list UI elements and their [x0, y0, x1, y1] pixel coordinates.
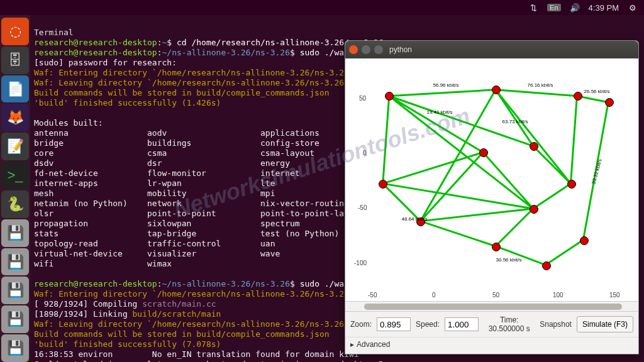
module-item: core: [34, 148, 147, 158]
node[interactable]: [574, 92, 582, 101]
module-item: visualizer: [147, 249, 260, 259]
module-item: wimax: [147, 259, 260, 269]
edge-label: 48.64 kbit/s: [402, 216, 428, 222]
axis-tick: -100: [354, 260, 367, 266]
node[interactable]: [492, 243, 501, 251]
svg-line-4: [496, 90, 577, 96]
top-menu-bar: ⇅ En 🔊 4:39 PM ⚙: [0, 0, 644, 15]
node[interactable]: [580, 236, 589, 245]
svg-line-10: [420, 221, 495, 246]
launcher-files[interactable]: 🗄: [1, 47, 29, 74]
launcher-terminal[interactable]: >_: [1, 162, 29, 189]
speed-input[interactable]: [445, 317, 479, 331]
axis-tick: 0: [363, 150, 367, 156]
launcher-disk-2[interactable]: 💾: [1, 248, 29, 276]
launcher-dash[interactable]: ◌: [1, 18, 29, 45]
svg-line-2: [383, 96, 389, 184]
svg-line-12: [546, 240, 584, 265]
launcher-gedit[interactable]: 📝: [1, 133, 29, 160]
volume-icon[interactable]: 🔊: [570, 3, 580, 13]
module-item: sixlowpan: [147, 219, 260, 229]
module-item: csma: [147, 148, 260, 158]
close-icon[interactable]: [349, 45, 358, 54]
svg-line-22: [420, 209, 533, 221]
edge-label: 56.96 kbit/s: [433, 82, 459, 88]
module-item: tap-bridge: [147, 229, 260, 239]
node[interactable]: [492, 85, 501, 94]
node[interactable]: [542, 261, 551, 270]
edge-label: 19.41 kbit/s: [427, 109, 453, 115]
module-item: dsdv: [34, 158, 147, 168]
module-item: propagation: [34, 219, 147, 229]
axis-tick: -50: [358, 204, 367, 211]
edge-label: 30.56 kbit/s: [496, 257, 522, 263]
node[interactable]: [530, 205, 538, 214]
module-item: mesh: [34, 189, 147, 199]
advanced-label: Advanced: [357, 340, 390, 349]
module-item: mobility: [147, 189, 260, 199]
zoom-label: Zoom:: [350, 320, 372, 329]
axis-tick: 100: [553, 292, 564, 299]
module-item: dsr: [147, 158, 260, 168]
node[interactable]: [385, 92, 394, 101]
gear-icon[interactable]: ⚙: [628, 3, 638, 13]
time-label: Time: 30.500000 s: [484, 315, 535, 333]
axis-tick: 150: [609, 292, 620, 299]
maximize-icon[interactable]: [374, 45, 383, 54]
node[interactable]: [379, 180, 387, 189]
speed-label: Speed:: [416, 320, 440, 329]
module-item: internet-apps: [34, 178, 147, 189]
module-item: lr-wpan: [147, 178, 260, 189]
viz-controls: Zoom: Speed: Time: 30.500000 s Snapshot …: [345, 311, 638, 337]
svg-line-0: [389, 90, 496, 96]
clock[interactable]: 4:39 PM: [589, 3, 619, 13]
module-item: stats: [34, 229, 147, 239]
simulate-button[interactable]: Simulate (F3): [577, 316, 633, 332]
module-item: buildings: [147, 138, 260, 148]
viz-titlebar[interactable]: python: [345, 41, 638, 58]
h-scrollbar[interactable]: [345, 301, 638, 311]
launcher: ◌ 🗄 📄 🦊 📝 >_ 🐍 💾 💾 💾 💾 💾: [0, 15, 30, 362]
edge-label: 76.16 kbit/s: [528, 82, 553, 88]
viz-title: python: [389, 45, 412, 54]
axis-tick: -50: [368, 292, 377, 299]
svg-line-16: [533, 184, 571, 209]
minimize-icon[interactable]: [362, 45, 370, 54]
module-item: virtual-net-device: [34, 249, 147, 259]
viz-window: python: [345, 40, 639, 354]
module-item: network: [147, 199, 260, 209]
edge-label: 63.73 kbit/s: [502, 119, 528, 124]
module-item: aodv: [147, 128, 260, 138]
launcher-disk-1[interactable]: 💾: [1, 219, 29, 247]
launcher-python[interactable]: 🐍: [1, 190, 29, 218]
launcher-firefox[interactable]: 🦊: [1, 104, 29, 131]
svg-line-7: [570, 96, 577, 184]
launcher-disk-5[interactable]: 💾: [1, 334, 29, 362]
chevron-right-icon: ▸: [350, 340, 354, 349]
module-item: wifi: [34, 259, 147, 269]
node[interactable]: [479, 148, 488, 157]
network-icon[interactable]: ⇅: [528, 3, 538, 13]
launcher-writer[interactable]: 📄: [1, 75, 29, 103]
zoom-input[interactable]: [377, 317, 411, 331]
terminal-title: Terminal: [34, 28, 74, 37]
advanced-expander[interactable]: ▸ Advanced: [345, 337, 638, 354]
snapshot-label[interactable]: Snapshot: [540, 320, 572, 329]
ime-indicator[interactable]: En: [547, 4, 560, 11]
module-item: olsr: [34, 209, 147, 219]
axis-tick: 50: [359, 95, 366, 102]
launcher-disk-3[interactable]: 💾: [1, 277, 29, 304]
node[interactable]: [567, 180, 576, 189]
module-item: topology-read: [34, 239, 147, 249]
module-item: flow-monitor: [147, 168, 260, 178]
svg-line-14: [483, 152, 533, 209]
node[interactable]: [605, 98, 614, 107]
scroll-thumb[interactable]: [364, 304, 622, 310]
node[interactable]: [530, 142, 538, 151]
axis-tick: 50: [492, 292, 499, 299]
module-item: point-to-point: [147, 209, 260, 219]
module-item: bridge: [34, 138, 147, 148]
launcher-disk-4[interactable]: 💾: [1, 305, 29, 333]
viz-canvas[interactable]: 56.96 kbit/s 76.16 kbit/s 26.56 kbit/s 1…: [345, 58, 638, 301]
edge-label: 26.56 kbit/s: [584, 89, 610, 94]
